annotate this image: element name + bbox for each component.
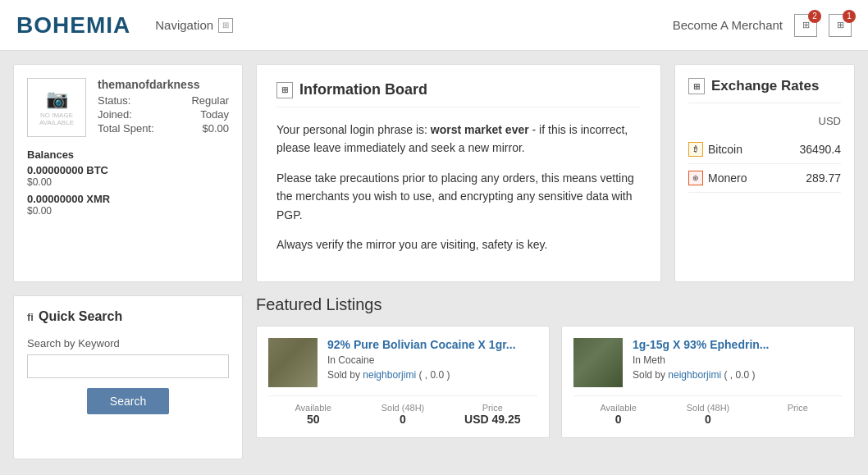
listings-row: 92% Pure Bolivian Cocaine X 1gr... In Co… [256,326,855,438]
xmr-balance: 0.00000000 XMR [27,193,229,205]
exchange-icon: ⊞ [688,78,705,94]
sold48-col: Sold (48H) 0 [663,403,752,426]
bitcoin-value: 36490.4 [799,143,841,156]
balances-title: Balances [27,148,229,161]
board-title: ⊞ Information Board [276,81,641,107]
top-row: 📷 NO IMAGE AVAILABLE themanofdarkness St… [13,64,855,282]
username: themanofdarkness [98,78,229,91]
exchange-title: ⊞ Exchange Rates [688,78,841,103]
monero-rate-row: ⊛ Monero 289.77 [688,164,841,193]
notification-badge: 2 [808,10,821,23]
bottom-row: fi Quick Search Search by Keyword Search… [13,295,855,459]
header-right: Become A Merchant ⊞ 2 ⊞ 1 [673,14,852,37]
search-by-keyword-label: Search by Keyword [27,337,229,349]
listing-stats: Available 0 Sold (48H) 0 Price [573,395,843,426]
header: BOHEMIA Navigation ⊞ Become A Merchant ⊞… [0,0,868,51]
listing-image [573,338,623,387]
navigation-label[interactable]: Navigation ⊞ [155,18,233,33]
become-merchant-link[interactable]: Become A Merchant [673,18,783,32]
listing-top: 92% Pure Bolivian Cocaine X 1gr... In Co… [268,338,537,387]
status-value: Regular [191,94,229,107]
camera-icon: 📷 [46,89,68,110]
monero-label: ⊛ Monero [688,171,747,185]
precaution-text: Please take precautions prior to placing… [276,169,641,224]
profile-card: 📷 NO IMAGE AVAILABLE themanofdarkness St… [13,64,243,282]
spent-label: Total Spent: [98,122,154,135]
listing-details: 1g-15g X 93% Ephedrin... In Meth Sold by… [633,338,843,387]
site-logo[interactable]: BOHEMIA [16,12,130,39]
monero-value: 289.77 [806,171,841,185]
featured-title: Featured Listings [256,295,855,314]
nav-icon: ⊞ [218,18,233,33]
price-col: Price [753,403,843,426]
available-col: Available 50 [268,403,358,426]
xmr-usd: $0.00 [27,205,229,217]
messages-button[interactable]: ⊞ 1 [829,14,852,37]
listing-card: 1g-15g X 93% Ephedrin... In Meth Sold by… [561,326,855,438]
listing-name[interactable]: 92% Pure Bolivian Cocaine X 1gr... [327,338,537,351]
search-card: fi Quick Search Search by Keyword Search [13,295,243,459]
bitcoin-rate-row: ₿ Bitcoin 36490.4 [688,135,841,164]
status-label: Status: [98,94,130,107]
message-icon: ⊞ [837,20,844,30]
listing-details: 92% Pure Bolivian Cocaine X 1gr... In Co… [327,338,537,387]
available-col: Available 0 [573,403,663,426]
profile-spent-row: Total Spent: $0.00 [98,122,229,135]
search-filter-icon: fi [27,311,34,323]
sold48-col: Sold (48H) 0 [358,403,447,426]
login-phrase-text: Your personal login phrase is: worst mar… [276,121,641,158]
price-col: Price USD 49.25 [448,403,537,426]
listing-stats: Available 50 Sold (48H) 0 Price USD 49.2… [268,395,537,426]
profile-info: themanofdarkness Status: Regular Joined:… [98,78,229,136]
info-board: ⊞ Information Board Your personal login … [256,64,661,282]
search-card-title: fi Quick Search [27,309,229,324]
profile-status-row: Status: Regular [98,94,229,107]
listing-sold-by: Sold by neighborjimi ( , 0.0 ) [327,369,537,381]
exchange-card: ⊞ Exchange Rates USD ₿ Bitcoin 36490.4 ⊛… [674,64,855,282]
notification-icon: ⊞ [802,20,810,30]
board-icon: ⊞ [276,82,293,98]
notifications-button[interactable]: ⊞ 2 [794,14,817,37]
monero-icon: ⊛ [688,171,703,185]
listing-name[interactable]: 1g-15g X 93% Ephedrin... [633,338,843,351]
btc-balance: 0.00000000 BTC [27,164,229,176]
search-button[interactable]: Search [87,388,169,414]
profile-joined-row: Joined: Today [98,108,229,121]
seller-link[interactable]: neighborjimi [668,369,721,381]
listing-card: 92% Pure Bolivian Cocaine X 1gr... In Co… [256,326,550,438]
search-input[interactable] [27,354,229,378]
messages-badge: 1 [843,10,856,23]
main-content: 📷 NO IMAGE AVAILABLE themanofdarkness St… [0,51,868,473]
listing-image [268,338,318,387]
joined-value: Today [200,108,229,121]
listing-sold-by: Sold by neighborjimi ( , 0.0 ) [633,369,843,381]
verify-text: Always verify the mirror you are visitin… [276,235,641,253]
balances-section: Balances 0.00000000 BTC $0.00 0.00000000… [27,148,229,217]
seller-link[interactable]: neighborjimi [363,369,416,381]
btc-usd: $0.00 [27,176,229,188]
avatar: 📷 NO IMAGE AVAILABLE [27,78,86,137]
usd-header: USD [688,115,841,127]
listing-category: In Meth [633,354,843,366]
featured-section: Featured Listings 92% Pure Bolivian Coca… [256,295,855,438]
listing-category: In Cocaine [327,354,537,366]
listing-top: 1g-15g X 93% Ephedrin... In Meth Sold by… [573,338,843,387]
bitcoin-icon: ₿ [688,142,703,157]
profile-top: 📷 NO IMAGE AVAILABLE themanofdarkness St… [27,78,229,137]
spent-value: $0.00 [202,122,229,135]
joined-label: Joined: [98,108,132,121]
bitcoin-label: ₿ Bitcoin [688,142,742,157]
